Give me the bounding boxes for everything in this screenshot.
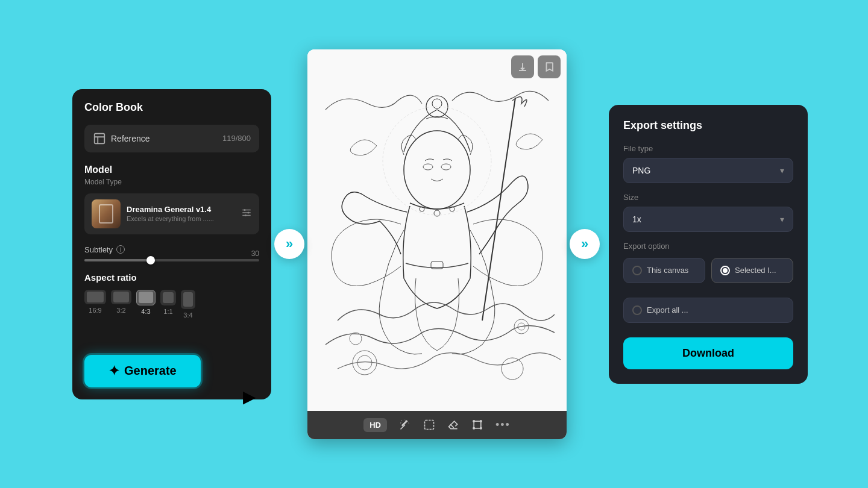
- svg-point-6: [245, 214, 247, 216]
- svg-rect-0: [95, 133, 105, 143]
- export-all-radio: [632, 305, 642, 315]
- svg-rect-7: [307, 49, 567, 411]
- center-panel: HD: [307, 49, 567, 439]
- slider-value: 30: [251, 249, 259, 258]
- panel-title: Color Book: [84, 101, 259, 114]
- size-label: Size: [623, 193, 793, 202]
- selected-label: Selected I...: [735, 266, 776, 275]
- file-type-value: PNG: [632, 166, 650, 175]
- this-canvas-radio: [632, 266, 642, 275]
- download-button[interactable]: Download: [623, 337, 793, 369]
- canvas-wrapper: HD: [307, 49, 567, 439]
- canvas-download-icon[interactable]: [511, 55, 534, 78]
- svg-rect-26: [474, 421, 481, 428]
- generate-label: Generate: [124, 364, 177, 378]
- transform-tool-icon[interactable]: [471, 419, 483, 431]
- export-panel: Export settings File type PNG ▾ Size 1x …: [609, 105, 808, 384]
- subtlety-slider[interactable]: 30: [84, 259, 259, 261]
- model-thumbnail: [92, 199, 121, 228]
- main-layout: Color Book Reference 119/800 Model Model…: [72, 27, 796, 461]
- export-all-option[interactable]: Export all ...: [623, 298, 793, 323]
- canvas-image: [307, 49, 567, 411]
- export-option-label: Export option: [623, 242, 793, 251]
- reference-icon: [93, 132, 106, 145]
- line-art-illustration: [307, 49, 567, 411]
- left-arrow-connector: »: [271, 229, 307, 259]
- reference-label: Reference: [111, 134, 150, 143]
- left-panel: Color Book Reference 119/800 Model Model…: [72, 89, 271, 399]
- svg-point-29: [473, 428, 475, 430]
- size-value: 1x: [632, 214, 641, 224]
- canvas-top-bar: [511, 55, 561, 78]
- right-arrow-connector: »: [567, 229, 603, 259]
- magic-tool-icon[interactable]: [399, 419, 411, 431]
- model-card[interactable]: Dreamina General v1.4 Excels at everythi…: [84, 193, 259, 234]
- export-selected[interactable]: Selected I...: [711, 258, 793, 283]
- subtlety-info-icon[interactable]: i: [116, 245, 125, 254]
- svg-point-27: [473, 421, 475, 422]
- left-double-arrow: »: [274, 229, 304, 259]
- size-select[interactable]: 1x ▾: [623, 207, 793, 232]
- cursor-arrow: ▶: [243, 387, 256, 407]
- export-this-canvas[interactable]: This canvas: [623, 258, 705, 283]
- svg-point-30: [480, 428, 482, 430]
- svg-point-28: [480, 421, 482, 422]
- svg-point-5: [248, 211, 250, 213]
- export-title: Export settings: [623, 119, 793, 132]
- generate-button[interactable]: ✦ Generate: [84, 355, 201, 387]
- aspect-4-3[interactable]: 4:3: [136, 290, 156, 319]
- subtlety-row: Subtlety i: [84, 245, 259, 254]
- aspect-ratio-label: Aspect ratio: [84, 272, 259, 283]
- model-section-title: Model: [84, 164, 259, 175]
- select-tool-icon[interactable]: [423, 419, 435, 431]
- aspect-ratio-grid: 16:9 3:2 4:3 1:1: [84, 290, 259, 319]
- right-double-arrow: »: [570, 229, 600, 259]
- hd-badge[interactable]: HD: [363, 418, 387, 432]
- export-options-grid: This canvas Selected I...: [623, 258, 793, 283]
- canvas-bookmark-icon[interactable]: [538, 55, 561, 78]
- model-name: Dreamina General v1.4: [127, 205, 235, 214]
- canvas-bottom-bar: HD: [307, 411, 567, 439]
- selected-radio: [720, 266, 730, 275]
- aspect-3-4[interactable]: 3:4: [181, 290, 195, 319]
- svg-point-4: [244, 209, 246, 211]
- svg-rect-25: [424, 421, 433, 430]
- export-all-label: Export all ...: [647, 305, 688, 314]
- aspect-3-2[interactable]: 3:2: [111, 290, 131, 319]
- aspect-1-1[interactable]: 1:1: [160, 290, 176, 319]
- more-options-icon[interactable]: •••: [495, 419, 511, 431]
- file-type-label: File type: [623, 144, 793, 153]
- subtlety-label: Subtlety: [84, 245, 113, 254]
- model-info: Dreamina General v1.4 Excels at everythi…: [127, 205, 235, 222]
- file-type-select[interactable]: PNG ▾: [623, 158, 793, 183]
- file-type-chevron: ▾: [780, 166, 784, 175]
- aspect-16-9[interactable]: 16:9: [84, 290, 106, 319]
- generate-star-icon: ✦: [108, 363, 119, 379]
- size-chevron: ▾: [780, 214, 784, 224]
- eraser-tool-icon[interactable]: [447, 419, 459, 431]
- reference-box[interactable]: Reference 119/800: [84, 125, 259, 152]
- this-canvas-label: This canvas: [647, 266, 688, 275]
- model-description: Excels at everything from ......: [127, 215, 235, 222]
- model-settings-icon[interactable]: [241, 207, 252, 221]
- model-type-label: Model Type: [84, 178, 259, 186]
- reference-count: 119/800: [222, 134, 251, 143]
